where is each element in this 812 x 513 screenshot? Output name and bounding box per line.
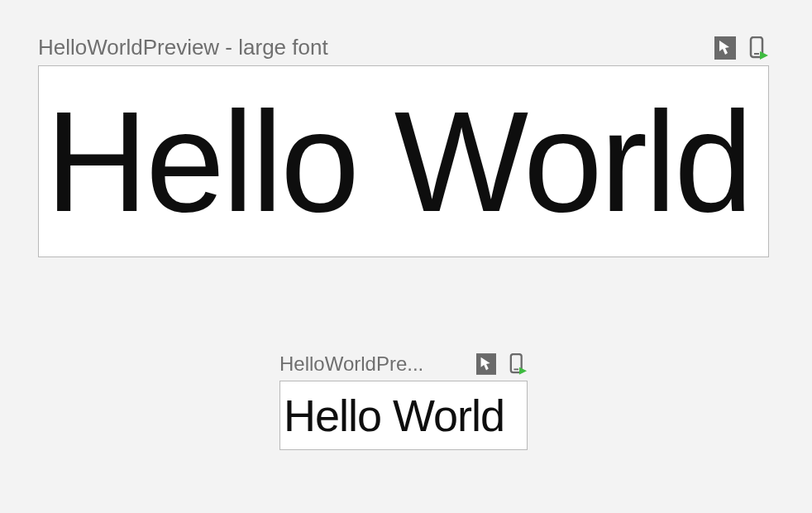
preview-canvas: Hello World	[279, 381, 528, 450]
preview-content-text: Hello World	[45, 90, 751, 233]
preview-toolbar	[714, 36, 769, 60]
deploy-preview-icon[interactable]	[749, 36, 769, 60]
preview-header: HelloWorldPre...	[279, 352, 528, 376]
preview-canvas: Hello World	[38, 65, 769, 257]
deploy-preview-icon[interactable]	[509, 353, 528, 375]
preview-large-font: HelloWorldPreview - large font Hello Wor…	[38, 35, 769, 257]
preview-default: HelloWorldPre... Hello World	[279, 352, 528, 450]
interactive-mode-icon[interactable]	[714, 36, 736, 60]
svg-rect-2	[754, 53, 759, 55]
preview-title: HelloWorldPreview - large font	[38, 35, 328, 60]
preview-title: HelloWorldPre...	[279, 352, 423, 376]
preview-toolbar	[476, 353, 528, 375]
preview-header: HelloWorldPreview - large font	[38, 35, 769, 60]
svg-rect-5	[514, 369, 519, 371]
preview-content-text: Hello World	[284, 393, 504, 438]
interactive-mode-icon[interactable]	[476, 353, 496, 375]
